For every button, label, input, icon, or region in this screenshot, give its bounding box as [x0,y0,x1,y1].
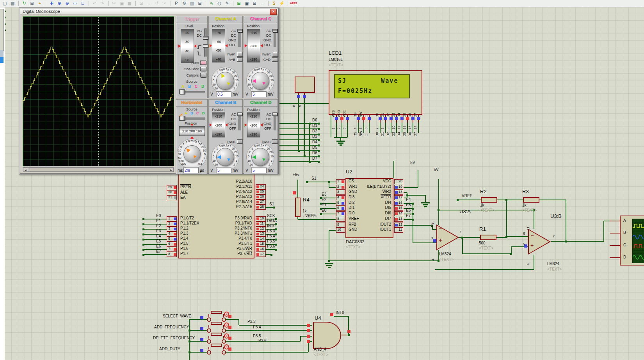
object-list-selected-item[interactable] [0,57,4,63]
channel_c-unit-right: mV [268,92,274,96]
channel_b-invert-button[interactable] [237,139,243,144]
add-frequency-button-contact[interactable] [207,328,211,333]
open-design-icon[interactable]: ▤ [9,0,16,7]
channel_b-value[interactable]: 5 [216,168,231,173]
decompose-icon[interactable]: ⊟ [196,0,204,7]
delete-frequency-button-contact[interactable] [207,339,211,344]
zoom-area-icon[interactable]: ▭ [71,0,79,7]
channel_a-value[interactable]: 0.5 [216,91,231,97]
channel_c-coupling-slider[interactable] [272,29,278,32]
channel_d-coupling-slider[interactable] [272,112,278,116]
connector-pin-b: B [623,231,626,235]
electrical-check-icon[interactable]: ⚡ [278,0,286,7]
origin-icon[interactable]: + [36,0,44,7]
zoom-out-icon[interactable]: ⊖ [63,0,71,7]
horizontal-value[interactable]: 2m [183,168,199,173]
packaging-icon[interactable]: ▥ [188,0,196,7]
one-shot-button[interactable] [200,67,206,71]
netlist-to-ares-icon[interactable]: ARES [290,0,297,7]
channel_d-position-gauge[interactable]: -210-200-190 [247,112,260,137]
channel_c-position-gauge[interactable]: -210-200-190 [247,29,260,62]
resistor-r3[interactable] [523,197,539,203]
schematic-canvas[interactable]: 2930311234567824252627281011121314151617… [5,7,644,360]
trigger-coupling-slider[interactable] [203,36,208,39]
channel_c-sum-button[interactable] [272,57,278,62]
horizontal-position-gauge[interactable]: 210 200 190 [179,126,205,136]
channel_b-position-arrows[interactable]: ↕ [208,122,211,128]
net-label: <TEXT> [479,246,493,251]
and-gate-body[interactable] [313,322,341,349]
add-frequency-button-contact[interactable] [222,328,226,333]
design-explorer-icon[interactable]: ⊞ [235,0,243,7]
channel_c-position-arrows[interactable]: ↕ [243,43,246,48]
close-icon[interactable]: × [270,9,277,15]
paste-icon[interactable]: ▦ [126,0,133,7]
block-delete-icon[interactable]: × [161,0,169,7]
wire [418,170,418,187]
channel_c-invert-button[interactable] [272,52,278,56]
channel_a-position-arrows[interactable]: ↕ [208,43,211,48]
channel_d-invert-button[interactable] [272,139,278,144]
add-duty-button-contact[interactable] [222,350,226,355]
scrollbar-thumb[interactable] [28,168,169,172]
channel_a-coupling-slider[interactable] [237,29,242,32]
block-rotate-icon[interactable]: ↺ [153,0,161,7]
delete-frequency-button-cap[interactable] [211,333,222,336]
select-wave-button-contact[interactable] [207,317,211,322]
delete-frequency-button-contact[interactable] [222,339,226,344]
oscilloscope-titlebar[interactable]: Digital Oscilloscope × [20,9,278,15]
block-move-icon[interactable]: ↔ [145,0,153,7]
bill-of-materials-icon[interactable]: $ [270,0,278,7]
copy-icon[interactable]: ▣ [118,0,126,7]
oscilloscope-scrollbar[interactable]: ◄► [23,167,174,172]
goto-sheet-icon[interactable]: → [258,0,266,7]
add-duty-button-cap[interactable] [211,344,222,347]
level-adjust-arrows[interactable]: ↕ [176,43,179,48]
channel_a-sum-button[interactable] [237,57,243,62]
block-copy-icon[interactable]: ⊡ [137,0,145,7]
resistor-r1[interactable] [480,235,496,240]
lcd-display[interactable]: SJ WaveF=0025Hz [334,74,410,98]
add-frequency-button-cap[interactable] [211,322,222,325]
cursors-button[interactable] [200,73,206,77]
redraw-icon[interactable]: ↻ [20,0,28,7]
pan-icon[interactable]: ✚ [48,0,55,7]
make-device-icon[interactable]: ⚙ [180,0,188,7]
channel_b-position-gauge[interactable]: -210-200-190 [212,112,225,137]
channel_c-value[interactable]: 5 [251,91,267,97]
search-tag-icon[interactable]: ◎ [215,0,223,7]
scroll-left-icon[interactable]: ◄ [23,168,28,172]
resistor-r4[interactable] [295,198,301,217]
undo-icon[interactable]: ↶ [91,0,98,7]
grid-toggle-icon[interactable]: ⊞ [28,0,36,7]
object-list-item[interactable] [0,50,4,57]
channel_d-value[interactable]: 5 [251,168,267,173]
select-wave-button-cap[interactable] [211,311,222,314]
zoom-in-icon[interactable]: ⊕ [55,0,63,7]
redo-icon[interactable]: ↷ [98,0,106,7]
remove-sheet-icon[interactable]: ⊟ [251,0,258,7]
channel_d-position-arrows[interactable]: ↕ [243,122,246,128]
add-duty-button-contact[interactable] [207,350,211,355]
trigger-edge-slider[interactable] [203,44,208,48]
new-sheet-icon[interactable]: ▣ [243,0,251,7]
channel_a-position-gauge[interactable]: -70-60-50-40 [212,29,225,62]
horizontal-source-slider[interactable] [179,116,185,121]
new-design-icon[interactable]: ▢ [1,0,9,7]
cut-icon[interactable]: ✂ [110,0,118,7]
auto-button[interactable] [200,61,206,65]
trigger-level-gauge[interactable]: 20304050 [181,29,194,63]
wire-autorouter-icon[interactable]: ∿ [208,0,215,7]
channel_b-coupling-slider[interactable] [237,112,242,116]
channel_a-volts-knob[interactable] [216,72,234,90]
horizontal-timebase-knob[interactable] [183,145,201,162]
channel_a-invert-button[interactable] [237,52,243,56]
resistor-r2[interactable] [481,197,497,203]
oscilloscope-window[interactable]: Digital Oscilloscope × ◄► TriggerLevel20… [19,7,279,175]
hidden-connector-body[interactable] [295,77,315,93]
property-assignment-icon[interactable]: ✎ [223,0,231,7]
pick-device-icon[interactable]: P [173,0,180,7]
zoom-all-icon[interactable]: □ [79,0,87,7]
trigger-source-slider[interactable] [179,89,185,94]
select-wave-button-contact[interactable] [222,317,226,322]
